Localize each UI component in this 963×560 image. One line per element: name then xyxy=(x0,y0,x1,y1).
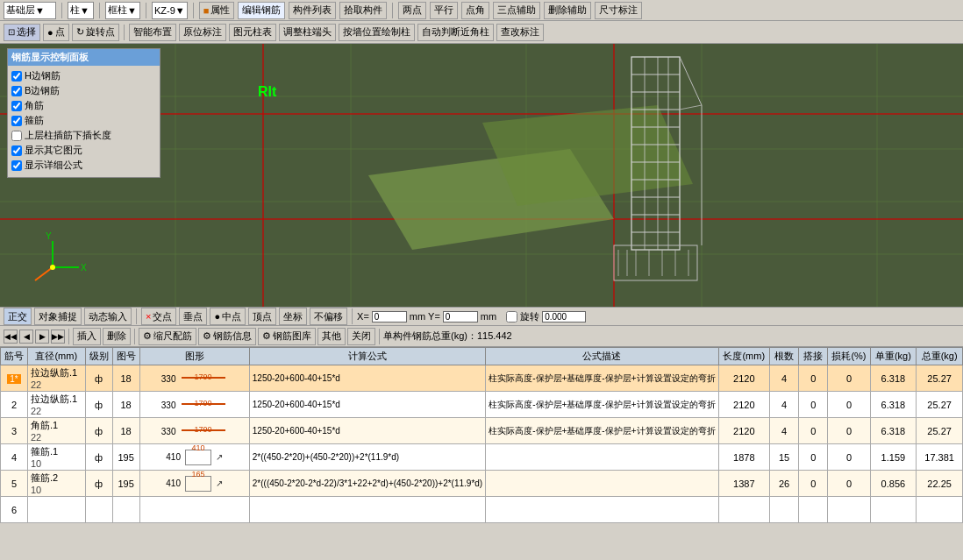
checkbox-b-rebar[interactable]: B边钢筋 xyxy=(11,84,156,97)
td-desc xyxy=(486,497,718,523)
td-desc xyxy=(486,471,718,497)
rebar-drawing-btn[interactable]: ⚙ 钢筋图库 xyxy=(258,328,316,345)
rotate-point-btn[interactable]: ↻ 旋转点 xyxy=(72,24,119,41)
svg-line-44 xyxy=(35,267,53,280)
sep6 xyxy=(124,25,125,40)
table-row[interactable]: 1* 拉边纵筋.122 ф 18 330 1790 1250-20+600-40… xyxy=(1,365,963,392)
checkbox-insert-length[interactable]: 上层柱插筋下插长度 xyxy=(11,129,156,142)
nav-next-btn[interactable]: ▶ xyxy=(35,330,49,344)
td-formula: 1250-20+600-40+15*d xyxy=(249,392,485,418)
td-desc: 柱实际高度-保护层+基础厚度-保护层+计算设置设定的弯折 xyxy=(486,418,718,444)
insert-btn[interactable]: 插入 xyxy=(73,328,101,345)
sep-t1 xyxy=(68,329,69,344)
td-overlap: 0 xyxy=(799,418,828,444)
td-count: 15 xyxy=(770,444,799,471)
td-figno: 18 xyxy=(112,392,139,418)
rebar-info-btn[interactable]: ⚙ 钢筋信息 xyxy=(198,328,256,345)
td-id: 6 xyxy=(1,497,28,523)
dynamic-input-btn[interactable]: 动态输入 xyxy=(84,308,132,325)
vertex-btn[interactable]: 顶点 xyxy=(248,308,276,325)
table-row[interactable]: 2 拉边纵筋.122 ф 18 330 1790 1250-20+600-40+… xyxy=(1,392,963,418)
others-btn[interactable]: 其他 xyxy=(317,328,346,345)
rotate-input[interactable]: 0.000 xyxy=(542,311,586,323)
td-figno: 195 xyxy=(112,471,139,497)
y-input[interactable]: 0 xyxy=(443,311,478,323)
frame-type-dropdown[interactable]: 框柱▼ xyxy=(105,2,140,19)
dimension-btn[interactable]: 尺寸标注 xyxy=(595,2,642,19)
sep-t2 xyxy=(134,329,135,344)
sep5 xyxy=(392,3,393,18)
td-unit-wt xyxy=(870,497,917,523)
parallel-btn[interactable]: 平行 xyxy=(430,2,458,19)
checkbox-stirrup[interactable]: 箍筋 xyxy=(11,114,156,127)
delete-aux-btn[interactable]: 删除辅助 xyxy=(544,2,591,19)
column-table-btn[interactable]: 图元柱表 xyxy=(229,24,276,41)
component-list-btn[interactable]: 构件列表 xyxy=(289,2,336,19)
kz-dropdown[interactable]: KZ-9▼ xyxy=(152,2,188,19)
viewport-3d[interactable]: X Y RIt 钢筋显示控制面板 H边钢筋 B边钢筋 角筋 箍筋 上层柱插筋下插… xyxy=(0,44,963,307)
checkbox-other-elements[interactable]: 显示其它图元 xyxy=(11,144,156,157)
checkbox-h-rebar[interactable]: H边钢筋 xyxy=(11,69,156,82)
svg-rect-15 xyxy=(631,57,680,250)
table-row[interactable]: 5 箍筋.210 ф 195 410 165 ↗ 2*(((450-2*20-2… xyxy=(1,471,963,497)
midpoint-btn[interactable]: ●中点 xyxy=(210,308,246,325)
td-total-wt: 25.27 xyxy=(917,392,963,418)
th-formula: 计算公式 xyxy=(249,348,485,365)
sep4 xyxy=(193,3,194,18)
pick-component-btn[interactable]: 拾取构件 xyxy=(339,2,387,19)
checkbox-corner-rebar[interactable]: 角筋 xyxy=(11,99,156,112)
th-overlap: 搭接 xyxy=(799,348,828,365)
sep-t3 xyxy=(379,329,380,344)
adjust-column-head-btn[interactable]: 调整柱端头 xyxy=(279,24,336,41)
close-btn[interactable]: 关闭 xyxy=(347,328,375,345)
td-loss: 0 xyxy=(828,471,870,497)
rotate-checkbox[interactable] xyxy=(506,311,517,323)
svg-line-39 xyxy=(680,105,702,110)
component-type-dropdown[interactable]: 柱▼ xyxy=(68,2,94,19)
perpendicular-btn[interactable]: 垂点 xyxy=(179,308,207,325)
table-row[interactable]: 4 箍筋.110 ф 195 410 410 ↗ 2*((450-2*20)+(… xyxy=(1,444,963,471)
table-row[interactable]: 3 角筋.122 ф 18 330 1790 1250-20+600-40+15… xyxy=(1,418,963,444)
nav-first-btn[interactable]: ◀◀ xyxy=(4,330,18,344)
svg-rect-29 xyxy=(614,245,697,280)
intersection-btn[interactable]: ×交点 xyxy=(141,308,176,325)
three-point-aux-btn[interactable]: 三点辅助 xyxy=(493,2,540,19)
auto-corner-btn[interactable]: 自动判断近角柱 xyxy=(417,24,494,41)
nav-prev-btn[interactable]: ◀ xyxy=(19,330,33,344)
td-formula: 2*(((450-2*20-2*d-22)/3*1+22+2*d)+(450-2… xyxy=(249,471,485,497)
edit-rebar-btn[interactable]: 编辑钢筋 xyxy=(238,2,285,19)
table-row[interactable]: 6 xyxy=(1,497,963,523)
two-point-btn[interactable]: 两点 xyxy=(398,2,426,19)
ortho-btn[interactable]: 正交 xyxy=(4,308,32,325)
td-grade: ф xyxy=(85,392,112,418)
nav-last-btn[interactable]: ▶▶ xyxy=(51,330,65,344)
draw-column-by-wall-btn[interactable]: 按墙位置绘制柱 xyxy=(339,24,415,41)
snap-btn[interactable]: 对象捕捉 xyxy=(34,308,82,325)
td-formula: 1250-20+600-40+15*d xyxy=(249,418,485,444)
layer-dropdown[interactable]: 基础层▼ xyxy=(4,2,56,19)
td-name: 拉边纵筋.122 xyxy=(28,392,86,418)
delete-btn[interactable]: 删除 xyxy=(103,328,131,345)
td-shape: 330 1790 xyxy=(139,392,249,418)
check-annotation-btn[interactable]: 查改标注 xyxy=(496,24,544,41)
td-count: 4 xyxy=(770,418,799,444)
smart-layout-btn[interactable]: 智能布置 xyxy=(129,24,176,41)
nav-buttons: ◀◀ ◀ ▶ ▶▶ xyxy=(4,330,65,344)
td-unit-wt: 6.318 xyxy=(870,392,917,418)
in-place-annotation-btn[interactable]: 原位标注 xyxy=(179,24,226,41)
scale-rebar-btn[interactable]: ⚙ 缩尺配筋 xyxy=(139,328,196,345)
td-loss: 0 xyxy=(828,444,870,471)
point-angle-btn[interactable]: 点角 xyxy=(461,2,489,19)
x-input[interactable]: 0 xyxy=(372,311,407,323)
th-count: 根数 xyxy=(770,348,799,365)
td-total-wt xyxy=(917,497,963,523)
select-btn[interactable]: ⊡ 选择 xyxy=(4,24,40,41)
td-overlap: 0 xyxy=(799,471,828,497)
coord-btn[interactable]: 坐标 xyxy=(279,308,307,325)
toolbar-draw: ⊡ 选择 ● 点 ↻ 旋转点 智能布置 原位标注 图元柱表 调整柱端头 按墙位置… xyxy=(0,21,963,44)
property-btn[interactable]: ■ 属性 xyxy=(199,2,235,19)
checkbox-detail-formula[interactable]: 显示详细公式 xyxy=(11,159,156,172)
point-btn[interactable]: ● 点 xyxy=(43,24,69,41)
td-length: 1878 xyxy=(718,444,769,471)
no-offset-btn[interactable]: 不偏移 xyxy=(310,308,347,325)
